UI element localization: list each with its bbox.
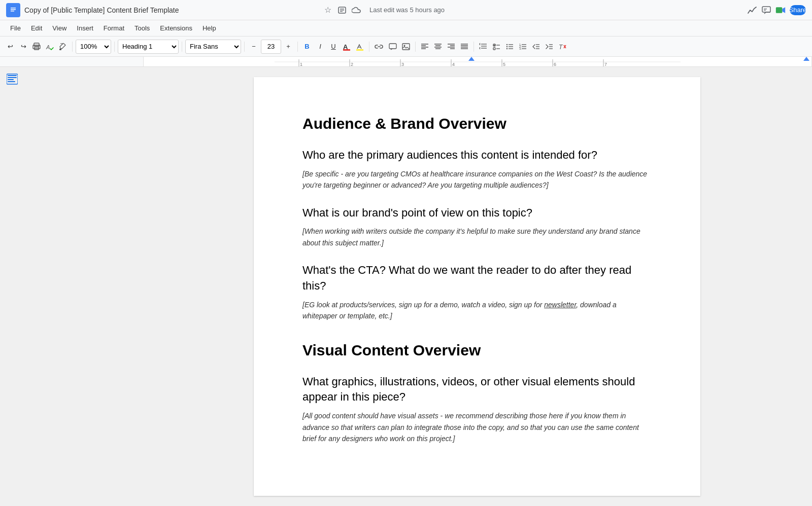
hint-visual-elements: [All good content should have visual ass… (302, 410, 652, 444)
svg-point-24 (404, 45, 405, 46)
hint-cta: [EG look at products/services, sign up f… (302, 299, 652, 322)
svg-rect-21 (356, 49, 363, 51)
svg-point-48 (506, 44, 507, 45)
svg-rect-5 (340, 9, 344, 9)
spellcheck-button[interactable]: A (44, 40, 56, 54)
svg-text:2: 2 (351, 62, 353, 67)
ruler-track: 1 2 3 4 5 6 7 (143, 57, 812, 66)
line-spacing-button[interactable] (477, 40, 489, 54)
star-icon[interactable]: ☆ (323, 5, 333, 15)
section-heading-visual: Visual Content Overview (302, 340, 652, 360)
svg-text:3: 3 (401, 62, 404, 67)
svg-rect-9 (764, 9, 767, 9)
menu-format[interactable]: Format (99, 23, 128, 33)
separator-4 (244, 42, 245, 52)
section-heading-audience: Audience & Brand Overview (302, 114, 652, 133)
separator-5 (297, 42, 298, 52)
svg-rect-89 (8, 81, 15, 82)
menu-edit[interactable]: Edit (27, 23, 46, 33)
svg-marker-84 (468, 57, 475, 61)
svg-marker-85 (803, 57, 809, 61)
question-primary-audiences: Who are the primary audiences this conte… (302, 148, 652, 163)
svg-text:4: 4 (452, 62, 455, 67)
clear-formatting-button[interactable]: T (556, 40, 568, 54)
menu-view[interactable]: View (48, 23, 71, 33)
last-edit-text: Last edit was 5 hours ago (369, 6, 445, 14)
svg-point-15 (39, 46, 40, 47)
checklist-button[interactable] (490, 40, 502, 54)
separator-7 (415, 42, 416, 52)
svg-rect-1 (11, 8, 16, 9)
style-select[interactable]: Heading 1 Normal text Heading 2 Heading … (118, 40, 179, 54)
svg-rect-86 (8, 75, 17, 76)
document[interactable]: Audience & Brand Overview Who are the pr… (254, 77, 700, 496)
document-wrapper: Audience & Brand Overview Who are the pr… (142, 67, 812, 506)
svg-text:5: 5 (503, 62, 505, 67)
font-size-input[interactable] (261, 40, 281, 54)
menu-extensions[interactable]: Extensions (156, 23, 196, 33)
svg-rect-3 (11, 11, 14, 12)
svg-rect-88 (8, 79, 14, 80)
share-button[interactable]: Share (790, 5, 806, 15)
svg-rect-46 (493, 48, 495, 50)
insert-image-button[interactable] (400, 40, 412, 54)
svg-rect-6 (340, 10, 344, 10)
hint-primary-audiences: [Be specific - are you targeting CMOs at… (302, 168, 652, 191)
comments-icon[interactable] (761, 5, 771, 15)
undo-button[interactable]: ↩ (4, 40, 16, 54)
drive-icon[interactable] (337, 5, 347, 15)
document-title[interactable]: Copy of [Public Template] Content Brief … (24, 6, 319, 14)
title-bar: Copy of [Public Template] Content Brief … (0, 0, 812, 20)
menu-insert[interactable]: Insert (73, 23, 97, 33)
align-justify-button[interactable] (458, 40, 470, 54)
menu-file[interactable]: File (6, 23, 25, 33)
analytics-icon[interactable] (747, 5, 757, 15)
paintformat-button[interactable] (57, 40, 69, 54)
font-size-increase-button[interactable]: + (282, 40, 294, 54)
svg-text:A: A (46, 44, 50, 50)
cloud-icon[interactable] (351, 5, 361, 15)
insert-link-button[interactable] (373, 40, 386, 54)
question-brand-pov: What is our brand's point of view on thi… (302, 205, 652, 221)
zoom-select[interactable]: 100% 75% 125% (76, 40, 111, 54)
svg-rect-17 (59, 49, 61, 50)
bold-button[interactable]: B (301, 40, 313, 54)
svg-rect-7 (340, 11, 343, 12)
svg-rect-22 (389, 44, 396, 49)
redo-button[interactable]: ↪ (17, 40, 29, 54)
svg-rect-10 (764, 10, 766, 10)
menu-help[interactable]: Help (198, 23, 220, 33)
svg-text:7: 7 (604, 62, 607, 67)
menu-tools[interactable]: Tools (130, 23, 154, 33)
font-size-decrease-button[interactable]: − (248, 40, 260, 54)
font-select[interactable]: Fira Sans Arial Times New Roman (185, 40, 241, 54)
increase-indent-button[interactable] (543, 40, 555, 54)
underline-button[interactable]: U (327, 40, 340, 54)
highlight-button[interactable] (354, 40, 366, 54)
svg-rect-19 (343, 49, 350, 51)
newsletter-link[interactable]: newsletter (544, 301, 576, 309)
question-visual-elements: What graphics, illustrations, videos, or… (302, 374, 652, 406)
svg-text:1: 1 (300, 62, 302, 67)
decrease-indent-button[interactable] (530, 40, 542, 54)
italic-button[interactable]: I (314, 40, 326, 54)
separator-3 (182, 42, 182, 52)
align-center-button[interactable] (432, 40, 444, 54)
numbered-list-button[interactable]: 1.2.3. (517, 40, 529, 54)
hint-brand-pov: [When working with writers outside the c… (302, 226, 652, 248)
meet-icon[interactable] (775, 5, 786, 15)
bullet-list-button[interactable] (503, 40, 516, 54)
svg-rect-2 (11, 9, 16, 10)
svg-rect-23 (402, 44, 410, 50)
ruler: 1 2 3 4 5 6 7 (0, 57, 812, 67)
toolbar: ↩ ↪ A 100% 75% 125% Heading 1 Normal tex… (0, 37, 812, 57)
separator-6 (369, 42, 369, 52)
print-button[interactable] (30, 40, 43, 54)
align-left-button[interactable] (419, 40, 431, 54)
outline-icon[interactable] (4, 71, 20, 87)
text-color-button[interactable]: A (341, 40, 353, 54)
insert-comment-button[interactable] (387, 40, 399, 54)
left-panel (0, 67, 142, 506)
docs-logo[interactable] (6, 3, 20, 17)
align-right-button[interactable] (445, 40, 457, 54)
